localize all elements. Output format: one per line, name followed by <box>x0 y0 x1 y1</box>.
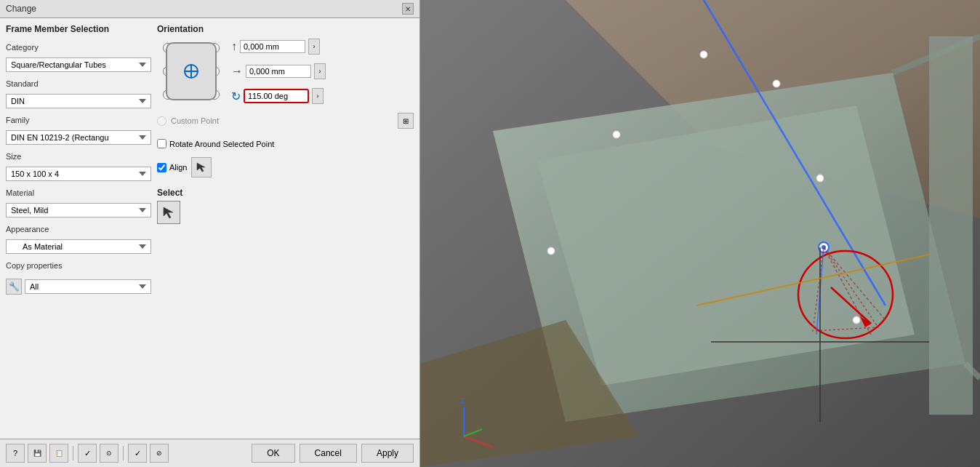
align-checkbox-label[interactable]: Align <box>157 163 187 172</box>
rotate-around-checkbox-label[interactable]: Rotate Around Selected Point <box>157 139 274 148</box>
check2-icon-btn[interactable]: ✓ <box>128 444 147 463</box>
family-dropdown[interactable]: DIN EN 10219-2 (Rectangu <box>6 130 151 145</box>
material-label: Material <box>6 188 151 197</box>
svg-point-12 <box>547 247 555 255</box>
bottom-toolbar: ? 💾 📋 ✓ ⊙ ✓ ⊘ OK Cancel Apply <box>0 439 419 467</box>
standard-dropdown[interactable]: DIN <box>6 94 151 108</box>
up-arrow-icon: ↑ <box>231 40 237 53</box>
save2-icon-btn[interactable]: 📋 <box>49 444 68 463</box>
appearance-dropdown-row: As Material <box>6 239 151 254</box>
check-icon-btn[interactable]: ✓ <box>78 444 97 463</box>
copy-properties-row: 🔧 All <box>6 279 151 295</box>
close-button[interactable]: ✕ <box>402 3 414 15</box>
circle-icon-btn[interactable]: ⊙ <box>100 444 119 463</box>
viewport-canvas: Z <box>420 0 980 467</box>
center-point-icon <box>184 64 198 79</box>
apply-button[interactable]: Apply <box>361 444 414 463</box>
custom-point-label: Custom Point <box>171 116 219 125</box>
copy-all-dropdown[interactable]: All <box>25 279 151 294</box>
rotate-around-checkbox[interactable] <box>157 139 166 148</box>
vertical-offset-row: ↑ › <box>231 39 326 55</box>
separator-2 <box>123 446 124 460</box>
change-dialog: Change ✕ Frame Member Selection Category… <box>0 0 420 467</box>
category-dropdown[interactable]: Square/Rectangular Tubes <box>6 57 151 72</box>
appearance-dropdown[interactable]: As Material <box>6 239 151 254</box>
standard-label: Standard <box>6 79 151 88</box>
wrench-icon[interactable]: 🔧 <box>6 279 22 295</box>
custom-point-row: Custom Point ⊞ <box>157 113 414 129</box>
left-column: Frame Member Selection Category Square/R… <box>6 24 151 433</box>
frame-member-section-title: Frame Member Selection <box>6 24 151 34</box>
category-label: Category <box>6 43 151 52</box>
size-dropdown[interactable]: 150 x 100 x 4 <box>6 167 151 181</box>
dialog-body: Frame Member Selection Category Square/R… <box>0 18 419 439</box>
separator-1 <box>73 446 73 460</box>
material-dropdown-row: Steel, Mild <box>6 203 151 217</box>
rotation-row: ↻ › <box>231 88 326 104</box>
title-bar: Change ✕ <box>0 0 419 18</box>
orientation-title: Orientation <box>157 24 414 34</box>
svg-point-13 <box>853 316 860 324</box>
vertical-offset-arrow[interactable]: › <box>308 39 320 55</box>
left-toolbar-buttons: ? 💾 📋 ✓ ⊙ ✓ ⊘ <box>6 444 169 463</box>
rotate-icon: ↻ <box>231 89 241 103</box>
svg-point-10 <box>613 131 620 138</box>
ok-button[interactable]: OK <box>252 444 294 463</box>
align-cursor-button[interactable] <box>191 157 212 177</box>
right-buttons: OK Cancel Apply <box>252 444 414 463</box>
svg-point-9 <box>773 80 780 87</box>
svg-rect-7 <box>929 36 973 415</box>
horizontal-offset-input[interactable] <box>246 65 311 78</box>
svg-text:Z: Z <box>460 396 465 405</box>
rotation-arrow[interactable]: › <box>312 88 324 104</box>
orientation-values: ↑ › → › ↻ <box>231 37 326 105</box>
material-dropdown[interactable]: Steel, Mild <box>6 203 151 217</box>
right-column: Orientation <box>157 24 414 433</box>
expand-button[interactable]: ⊞ <box>398 113 414 129</box>
cursor-icon <box>196 161 207 173</box>
vertical-offset-input[interactable] <box>240 40 305 53</box>
size-label: Size <box>6 152 151 161</box>
align-checkbox[interactable] <box>157 163 166 172</box>
rotate-around-label: Rotate Around Selected Point <box>169 140 274 148</box>
3d-viewport[interactable]: Z <box>420 0 980 467</box>
strikethrough-icon-btn[interactable]: ⊘ <box>150 444 169 463</box>
profile-preview <box>166 42 217 100</box>
dialog-title: Change <box>6 4 36 14</box>
horizontal-offset-row: → › <box>231 63 326 79</box>
family-dropdown-row: DIN EN 10219-2 (Rectangu <box>6 130 151 145</box>
select-cursor-icon <box>161 205 176 220</box>
save-icon-btn[interactable]: 💾 <box>28 444 47 463</box>
cancel-button[interactable]: Cancel <box>300 444 357 463</box>
select-cursor-button[interactable] <box>157 201 180 224</box>
copy-properties-label: Copy properties <box>6 261 151 270</box>
category-dropdown-row: Square/Rectangular Tubes <box>6 57 151 72</box>
svg-point-11 <box>816 175 824 182</box>
align-row: Align <box>157 157 414 177</box>
rotation-input[interactable] <box>244 89 309 103</box>
rotate-around-row: Rotate Around Selected Point <box>157 139 414 148</box>
svg-point-8 <box>700 51 707 58</box>
right-arrow-icon: → <box>231 65 243 78</box>
orientation-section: Orientation <box>157 24 414 105</box>
horizontal-offset-arrow[interactable]: › <box>314 63 326 79</box>
align-label: Align <box>169 163 187 172</box>
standard-dropdown-row: DIN <box>6 94 151 108</box>
select-section: Select <box>157 188 414 224</box>
size-dropdown-row: 150 x 100 x 4 <box>6 167 151 181</box>
crosshair-v <box>190 65 192 77</box>
custom-point-radio[interactable] <box>157 116 166 126</box>
radio-grid <box>157 37 225 105</box>
orientation-grid: ↑ › → › ↻ <box>157 37 414 105</box>
family-label: Family <box>6 116 151 124</box>
appearance-label: Appearance <box>6 225 151 234</box>
help-button[interactable]: ? <box>6 444 25 463</box>
select-label: Select <box>157 188 414 198</box>
